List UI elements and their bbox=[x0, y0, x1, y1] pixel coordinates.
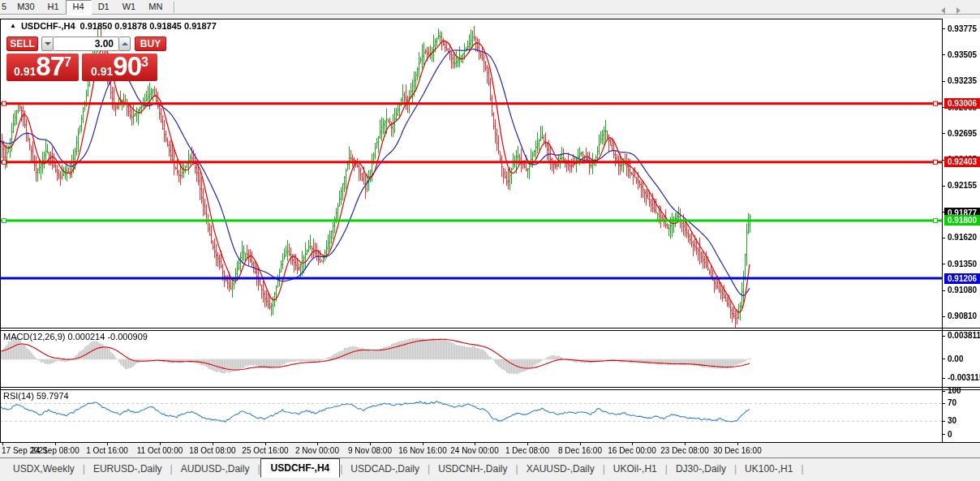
price-axis-tick-label: 0.93235 bbox=[948, 76, 977, 85]
time-axis-tick bbox=[685, 443, 686, 445]
price-axis-tick-label: 0.92155 bbox=[948, 181, 977, 190]
time-axis-tick bbox=[423, 443, 423, 445]
price-axis: 0.937750.935050.932350.929650.926950.924… bbox=[942, 19, 980, 442]
time-axis-label: 8 Dec 16:00 bbox=[558, 446, 602, 455]
tab-xauusd-daily[interactable]: XAUUSD-,Daily bbox=[518, 460, 603, 478]
price-axis-tick bbox=[942, 133, 945, 134]
price-axis-tick-label: 0.91080 bbox=[948, 286, 977, 294]
tab-usdcnh-daily[interactable]: USDCNH-,Daily bbox=[430, 460, 515, 478]
chart-tabs-bar: USDX,Weekly|EURUSD-,Daily|AUDUSD-,Daily|… bbox=[0, 457, 980, 479]
rsi-indicator-canvas[interactable] bbox=[0, 389, 942, 442]
timeframe-toolbar: 5M30H1H4D1W1MN bbox=[0, 0, 980, 15]
rsi-axis-label: 70 bbox=[948, 398, 956, 407]
macd-axis-label: 0.003811 bbox=[948, 331, 980, 340]
price-axis-tick bbox=[942, 316, 945, 317]
tab-usdcad-daily[interactable]: USDCAD-,Daily bbox=[342, 460, 428, 478]
tab-uk100-h1[interactable]: UK100-,H1 bbox=[737, 460, 801, 478]
macd-panel-bottom-border bbox=[0, 387, 980, 388]
time-axis-label: 16 Nov 16:00 bbox=[398, 446, 447, 455]
mt4-window: 5M30H1H4D1W1MN ▲USDCHF-,H40.91850 0.9187… bbox=[0, 0, 980, 481]
price-level-label: 0.91206 bbox=[944, 273, 980, 284]
time-axis-label: 30 Dec 16:00 bbox=[713, 446, 762, 455]
sell-button[interactable]: SELL bbox=[6, 37, 38, 51]
tabs-scroll-left-icon[interactable] bbox=[941, 7, 945, 14]
price-level-label: 0.93006 bbox=[944, 98, 980, 109]
chart-symbol-label: USDCHF-,H4 bbox=[21, 21, 75, 31]
rsi-axis-label: 30 bbox=[948, 416, 956, 425]
buy-price-prefix: 0.91 bbox=[91, 65, 113, 78]
rsi-axis-tick bbox=[942, 421, 945, 422]
arrow-up-icon bbox=[122, 42, 128, 45]
timeframe-button-m30[interactable]: M30 bbox=[11, 0, 41, 15]
tab-separator: | bbox=[801, 463, 803, 475]
price-level-label: 0.91800 bbox=[944, 215, 980, 225]
time-axis-tick bbox=[2, 443, 3, 445]
price-axis-tick bbox=[942, 290, 945, 291]
time-axis-label: 24 Nov 00:00 bbox=[450, 446, 499, 455]
sell-price-prefix: 0.91 bbox=[14, 65, 36, 78]
time-axis-label: 16 Dec 00:00 bbox=[608, 446, 656, 455]
collapse-arrow-icon[interactable]: ▲ bbox=[10, 23, 16, 29]
time-axis-tick bbox=[580, 443, 581, 445]
price-axis-tick-label: 0.90810 bbox=[948, 311, 977, 320]
timeframe-button-5[interactable]: 5 bbox=[0, 0, 11, 15]
price-axis-tick bbox=[942, 54, 945, 55]
time-axis-tick bbox=[475, 443, 475, 445]
rsi-axis-tick bbox=[942, 391, 945, 392]
time-axis-tick bbox=[213, 443, 213, 445]
rsi-label: RSI(14) 59.7974 bbox=[3, 391, 69, 401]
rsi-axis-tick bbox=[942, 403, 945, 404]
volume-decrease-button[interactable] bbox=[41, 37, 54, 51]
time-axis-label: 1 Dec 08:00 bbox=[505, 446, 549, 455]
tab-usdx-weekly[interactable]: USDX,Weekly bbox=[5, 460, 83, 478]
price-axis-tick-label: 0.91350 bbox=[948, 260, 977, 268]
tab-eurusd-daily[interactable]: EURUSD-,Daily bbox=[85, 460, 170, 478]
time-axis-label: 25 Oct 16:00 bbox=[242, 446, 288, 455]
sell-price-pip: 7 bbox=[64, 55, 71, 70]
tab-audusd-daily[interactable]: AUDUSD-,Daily bbox=[173, 460, 258, 478]
chart-title: ▲USDCHF-,H40.91850 0.91878 0.91845 0.918… bbox=[10, 21, 217, 31]
timeframe-button-h1[interactable]: H1 bbox=[41, 0, 66, 15]
buy-price-pip: 3 bbox=[141, 55, 148, 70]
timeframe-button-h4[interactable]: H4 bbox=[66, 0, 92, 15]
toolbar-separator bbox=[174, 2, 175, 13]
timeframe-button-mn[interactable]: MN bbox=[142, 0, 169, 15]
price-axis-tick bbox=[942, 264, 945, 264]
price-level-label: 0.92403 bbox=[944, 157, 980, 167]
timeframe-button-w1[interactable]: W1 bbox=[116, 0, 143, 15]
price-axis-tick bbox=[942, 28, 945, 29]
time-axis-label: 11 Oct 00:00 bbox=[137, 446, 183, 455]
time-axis-tick bbox=[737, 443, 738, 445]
volume-increase-button[interactable] bbox=[118, 37, 131, 51]
chart-ohlc-values: 0.91850 0.91878 0.91845 0.91877 bbox=[80, 21, 217, 31]
time-axis-tick bbox=[317, 443, 318, 445]
tab-ukoil-h1[interactable]: UKOil-,H1 bbox=[605, 460, 665, 478]
buy-button[interactable]: BUY bbox=[135, 37, 166, 51]
macd-axis-tick bbox=[942, 378, 945, 379]
macd-axis-label: -0.003115 bbox=[948, 373, 980, 382]
macd-panel-top-border bbox=[0, 330, 980, 331]
time-axis-tick bbox=[632, 443, 633, 445]
price-axis-tick-label: 0.92695 bbox=[948, 129, 977, 138]
time-axis-label: 9 Nov 08:00 bbox=[348, 446, 392, 455]
timeframe-button-d1[interactable]: D1 bbox=[92, 0, 116, 15]
tab-usdchf-h4[interactable]: USDCHF-,H4 bbox=[260, 458, 341, 478]
tabs-scroll-right-icon[interactable] bbox=[956, 7, 961, 14]
time-axis-tick bbox=[370, 443, 371, 445]
price-axis-tick bbox=[942, 186, 945, 187]
time-axis-label: 2 Nov 00:00 bbox=[295, 446, 339, 455]
macd-axis-tick bbox=[942, 336, 945, 337]
sell-price-box[interactable]: 0.91 87 7 bbox=[6, 54, 79, 81]
time-axis-label: 24 Sep 08:00 bbox=[31, 446, 80, 455]
volume-input[interactable]: 3.00 bbox=[54, 37, 118, 51]
tab-dj30-daily[interactable]: DJ30-,Daily bbox=[668, 460, 734, 478]
chart-top-border bbox=[0, 19, 942, 19]
arrow-down-icon bbox=[45, 42, 51, 45]
time-axis: 17 Sep 202124 Sep 08:001 Oct 16:0011 Oct… bbox=[0, 443, 980, 457]
buy-price-box[interactable]: 0.91 90 3 bbox=[82, 54, 157, 81]
time-axis-tick bbox=[55, 443, 56, 445]
time-axis-tick bbox=[107, 443, 108, 445]
chart-left-border bbox=[0, 19, 1, 442]
time-axis-label: 1 Oct 16:00 bbox=[86, 446, 128, 455]
main-panel-bottom-border bbox=[0, 328, 980, 329]
